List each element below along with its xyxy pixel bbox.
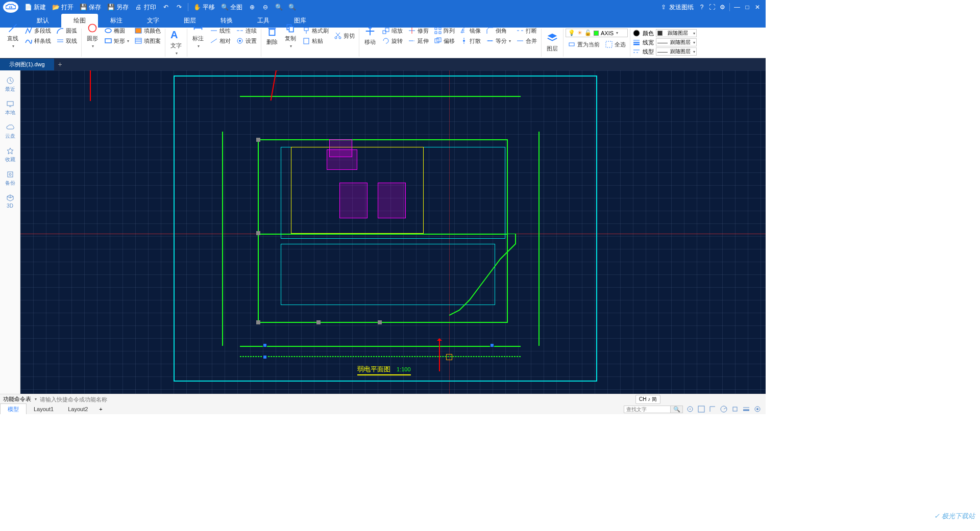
selectall-button[interactable]: 全选: [603, 39, 628, 49]
print-button[interactable]: 🖨打印: [132, 0, 159, 14]
dim-button[interactable]: 标注▾: [189, 22, 207, 49]
polar-icon[interactable]: [720, 405, 728, 413]
ime-badge[interactable]: CH ♪ 简: [635, 395, 660, 404]
add-layout-button[interactable]: +: [95, 406, 106, 412]
help-button[interactable]: ?: [697, 2, 707, 12]
grid-snap-icon[interactable]: [697, 405, 705, 413]
layout-tab-model[interactable]: 模型: [0, 403, 27, 414]
maximize-button[interactable]: □: [742, 2, 752, 12]
svg-line-0: [9, 24, 17, 32]
svg-rect-5: [105, 39, 111, 43]
paste-button[interactable]: 粘贴: [300, 36, 331, 46]
minimize-button[interactable]: —: [732, 2, 742, 12]
sidebar-recent[interactable]: 最近: [0, 74, 20, 95]
chamfer-button[interactable]: 倒角: [484, 26, 513, 36]
new-button[interactable]: 📄新建: [21, 0, 49, 14]
file-tab[interactable]: 示例图(1).dwg: [0, 59, 54, 70]
ellipse-icon: [104, 27, 112, 35]
sidebar-cloud[interactable]: 云盘: [0, 121, 20, 142]
arc-button[interactable]: 圆弧: [54, 26, 79, 36]
search-button[interactable]: 🔍: [670, 406, 682, 413]
sidebar-local[interactable]: 本地: [0, 98, 20, 118]
array-button[interactable]: 阵列: [432, 26, 457, 36]
trim-button[interactable]: 修剪: [406, 26, 431, 36]
lineweight-selector[interactable]: ——跟随图层▾: [656, 38, 697, 46]
rotate-button[interactable]: 旋转: [380, 36, 405, 46]
extend-button[interactable]: 延伸: [406, 36, 431, 46]
sidebar-3d[interactable]: 3D: [0, 192, 20, 211]
lightbulb-icon: 💡: [568, 30, 575, 36]
scale-button[interactable]: 缩放: [380, 26, 405, 36]
send-drawing-button[interactable]: ⇪发送图纸: [657, 0, 697, 14]
close-button[interactable]: ✕: [752, 2, 763, 12]
xline-button[interactable]: 双线: [54, 36, 79, 46]
search-icon: 🔍: [673, 406, 680, 413]
zoom-in-button[interactable]: ⊕: [246, 0, 259, 14]
zoom-extents-button[interactable]: 🔍: [285, 0, 299, 14]
color-selector[interactable]: 跟随图层▾: [656, 29, 697, 37]
circle-button[interactable]: 圆形▾: [84, 22, 101, 49]
command-input[interactable]: [40, 396, 193, 402]
fill-button[interactable]: 填颜色: [132, 26, 163, 36]
sidebar-favorites[interactable]: 收藏: [0, 145, 20, 165]
hatch-icon: [134, 37, 142, 45]
sidebar-backup[interactable]: 备份: [0, 168, 20, 189]
command-label[interactable]: 功能命令表: [3, 395, 31, 403]
rect-button[interactable]: 矩形▾: [102, 36, 131, 46]
linetype-selector[interactable]: ——跟随图层▾: [656, 47, 697, 56]
ortho-icon[interactable]: [708, 405, 717, 413]
zoom-window-button[interactable]: 🔍: [272, 0, 285, 14]
text-button[interactable]: A文字▾: [167, 29, 185, 56]
osnap-icon[interactable]: [731, 405, 739, 413]
delete-button[interactable]: 删除: [263, 22, 281, 49]
linear-button[interactable]: 线性: [208, 26, 233, 36]
zoom-full-button[interactable]: 🔍全图: [218, 0, 246, 14]
svg-line-14: [211, 39, 217, 43]
pan-button[interactable]: ✋平移: [190, 0, 218, 14]
search-input[interactable]: [624, 406, 670, 413]
status-settings-icon[interactable]: [753, 405, 762, 413]
hatch-button[interactable]: 填图案: [132, 36, 163, 46]
add-file-tab[interactable]: +: [54, 60, 66, 68]
format-button[interactable]: 格式刷: [300, 26, 331, 36]
move-button[interactable]: 移动: [361, 22, 379, 49]
open-button[interactable]: 📂打开: [49, 0, 77, 14]
snap-icon[interactable]: [686, 405, 694, 413]
offset-button[interactable]: 偏移: [432, 36, 457, 46]
drawing-canvas[interactable]: 弱电平面图1:100: [20, 70, 766, 394]
lineweight-toggle-icon[interactable]: [742, 405, 750, 413]
spline-button[interactable]: 样条线: [22, 36, 53, 46]
mirror-button[interactable]: 镜像: [458, 26, 483, 36]
save-button[interactable]: 💾保存: [77, 0, 104, 14]
svg-point-18: [239, 40, 241, 42]
zoom-out-button[interactable]: ⊖: [259, 0, 272, 14]
continue-button[interactable]: 连续: [234, 26, 259, 36]
layout-tab-1[interactable]: Layout1: [27, 404, 61, 414]
dimsettings-button[interactable]: 设置: [234, 36, 259, 46]
redo-button[interactable]: ↷: [173, 0, 186, 14]
undo-button[interactable]: ↶: [159, 0, 173, 14]
line-button[interactable]: 直线▾: [4, 22, 21, 49]
layout-tab-2[interactable]: Layout2: [61, 404, 95, 414]
cut-button[interactable]: 剪切: [332, 31, 357, 41]
text-icon: A: [170, 29, 182, 40]
chamfer-icon: [486, 27, 494, 35]
break-button[interactable]: 打断: [514, 26, 539, 36]
explode-button[interactable]: 打散: [458, 36, 483, 46]
settings-button[interactable]: ⚙: [717, 2, 727, 12]
align-button[interactable]: 相对: [208, 36, 233, 46]
copy-button[interactable]: 复制▾: [282, 22, 299, 49]
layer-selector[interactable]: 💡 ☀ 🔓 AXIS ▾: [566, 29, 628, 37]
align-icon: [210, 37, 218, 45]
layer-button[interactable]: 图层: [544, 29, 561, 56]
continue-icon: [236, 27, 244, 35]
setcurrent-button[interactable]: 置为当前: [566, 39, 602, 49]
fullscreen-button[interactable]: ⛶: [707, 2, 717, 12]
saveas-button[interactable]: 💾另存: [104, 0, 132, 14]
polyline-button[interactable]: 多段线: [22, 26, 53, 36]
equal-button[interactable]: 等分▾: [484, 36, 513, 46]
ellipse-button[interactable]: 椭圆: [102, 26, 131, 36]
join-button[interactable]: 合并: [514, 36, 539, 46]
polyline-icon: [24, 27, 33, 35]
cloud-icon: [6, 123, 14, 132]
